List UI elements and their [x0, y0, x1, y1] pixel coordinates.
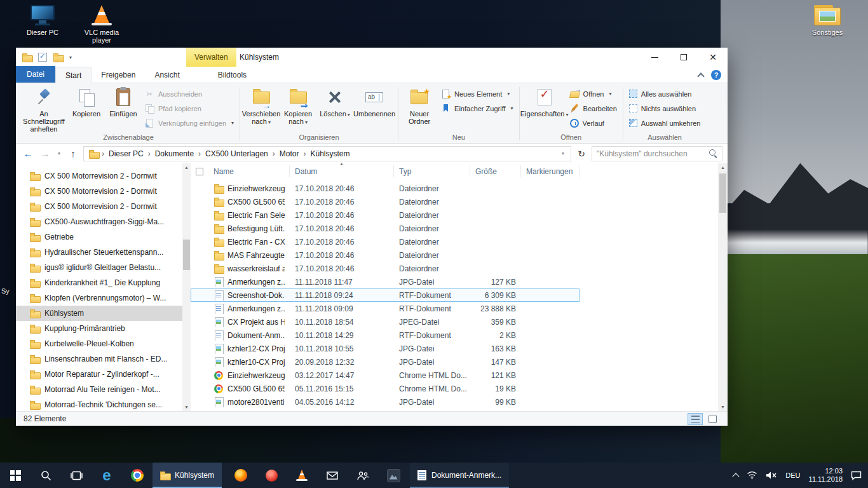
- close-button[interactable]: ✕: [698, 48, 728, 67]
- pin-to-quick-access-button[interactable]: An Schnellzugriff anheften: [20, 85, 68, 133]
- action-center-icon[interactable]: [851, 471, 862, 480]
- file-row[interactable]: Anmerkungen z...11.11.2018 09:09RTF-Doku…: [191, 302, 580, 315]
- minimize-button[interactable]: [640, 48, 669, 67]
- maximize-button[interactable]: [669, 48, 698, 67]
- tree-item[interactable]: Motorrad-Technik 'Dichtungen se...: [16, 397, 182, 411]
- file-row[interactable]: motore2801venti...04.05.2016 14:12JPG-Da…: [191, 395, 580, 409]
- details-view-button[interactable]: [688, 413, 703, 425]
- tree-item[interactable]: Motorrad Alu Teile reinigen - Mot...: [16, 382, 182, 397]
- tree-item[interactable]: Getriebe: [16, 229, 182, 245]
- tree-item[interactable]: Klopfen (Verbrennungsmotor) – W...: [16, 290, 182, 306]
- copy-button[interactable]: Kopieren: [68, 85, 105, 118]
- tree-item[interactable]: Kupplung-Primärantrieb: [16, 321, 182, 336]
- column-header-name[interactable]: Name: [208, 165, 290, 177]
- vlc-button[interactable]: [287, 463, 317, 488]
- scroll-down-icon[interactable]: ▼: [182, 403, 191, 411]
- delete-button[interactable]: Löschen▾: [316, 85, 353, 119]
- thumbnails-view-button[interactable]: [705, 413, 720, 425]
- paste-shortcut-button[interactable]: Verknüpfung einfügen ▾: [142, 117, 237, 129]
- people-button[interactable]: [348, 463, 378, 488]
- file-row[interactable]: CX Projekt aus H...10.11.2018 18:54JPEG-…: [191, 315, 580, 329]
- tree-scrollbar[interactable]: ▲ ▼: [182, 163, 191, 411]
- breadcrumb-item[interactable]: Motor: [275, 149, 304, 158]
- file-row[interactable]: kzhler12-CX Proj...10.11.2018 10:55JPG-D…: [191, 342, 580, 355]
- tree-item[interactable]: Hydraulischer Steuerkettenspann...: [16, 245, 182, 260]
- column-header-groesse[interactable]: Größe: [470, 165, 521, 177]
- file-row[interactable]: CX500 GL500 650...05.11.2016 15:15Chrome…: [191, 382, 580, 395]
- tree-item[interactable]: Motor Reparatur - Zylinderkopf -...: [16, 367, 182, 382]
- taskbar-search-button[interactable]: [31, 463, 61, 488]
- open-button[interactable]: Öffnen ▾: [567, 88, 620, 100]
- tree-item[interactable]: Kurbelwelle-Pleuel-Kolben: [16, 336, 182, 351]
- up-button[interactable]: ↑: [66, 147, 80, 161]
- file-row[interactable]: Electric Fan Selec...17.10.2018 20:46Dat…: [191, 208, 580, 222]
- tree-item[interactable]: Linsenschrauben mit Flansch - ED...: [16, 351, 182, 367]
- desktop-icon-vlc[interactable]: VLC media player: [74, 5, 129, 44]
- tree-item[interactable]: CX 500 Motorrevision 2 - Dornwit: [16, 199, 182, 214]
- tree-item[interactable]: CX500-Auswuchtfragen-Siggi-Ma...: [16, 214, 182, 229]
- file-list-scrollbar[interactable]: ▲ ▼: [718, 163, 728, 411]
- rename-button[interactable]: Umbenennen: [353, 85, 395, 118]
- task-view-button[interactable]: [61, 463, 92, 488]
- file-row[interactable]: wasserkreislauf a...17.10.2018 20:46Date…: [191, 262, 580, 275]
- properties-button[interactable]: Eigenschaften▾: [522, 85, 567, 119]
- new-item-button[interactable]: Neues Element ▾: [438, 88, 517, 100]
- file-row[interactable]: CX500 GL500 650...17.10.2018 20:46Dateio…: [191, 195, 580, 208]
- chrome-button[interactable]: [122, 463, 153, 488]
- edit-button[interactable]: Bearbeiten: [567, 102, 620, 114]
- file-row[interactable]: Einziehwerkzeug ...17.10.2018 20:46Datei…: [191, 182, 580, 195]
- scroll-up-icon[interactable]: ▲: [718, 163, 728, 172]
- file-row[interactable]: Screenshot-Dok...11.11.2018 09:24RTF-Dok…: [191, 288, 580, 302]
- file-row[interactable]: Dokument-Anm...10.11.2018 14:29RTF-Dokum…: [191, 329, 580, 342]
- tree-item[interactable]: igus® iglidur® Gleitlager Belastu...: [16, 260, 182, 275]
- column-header-datum[interactable]: ▲Datum: [290, 165, 394, 177]
- forward-button[interactable]: →: [38, 147, 52, 161]
- start-button[interactable]: [0, 463, 31, 488]
- file-row[interactable]: Befestigung Lüft...17.10.2018 20:46Datei…: [191, 222, 580, 235]
- copy-to-button[interactable]: ⇒ Kopieren nach▾: [280, 85, 316, 126]
- clock[interactable]: 12:03 11.11.2018: [809, 467, 843, 484]
- refresh-icon[interactable]: ↻: [574, 149, 588, 159]
- help-icon[interactable]: ?: [711, 70, 721, 80]
- taskbar-task-kuehlsystem[interactable]: Kühlsystem: [153, 463, 222, 488]
- back-button[interactable]: ←: [21, 147, 35, 161]
- tree-item[interactable]: CX 500 Motorrevision 2 - Dornwit: [16, 184, 182, 199]
- column-header-markierungen[interactable]: Markierungen: [521, 165, 580, 177]
- move-to-button[interactable]: → Verschieben nach▾: [243, 85, 280, 126]
- wifi-icon[interactable]: [747, 471, 757, 480]
- address-dropdown-icon[interactable]: ▾: [557, 151, 569, 156]
- tab-ansicht[interactable]: Ansicht: [145, 67, 189, 83]
- language-indicator[interactable]: DEU: [785, 471, 800, 479]
- invert-selection-button[interactable]: Auswahl umkehren: [626, 117, 704, 129]
- file-row[interactable]: kzhler10-CX Proj...20.09.2018 12:32JPG-D…: [191, 355, 580, 369]
- scroll-down-icon[interactable]: ▼: [718, 403, 728, 411]
- cut-button[interactable]: ✂ Ausschneiden: [142, 88, 237, 100]
- column-header-typ[interactable]: Typ: [394, 165, 470, 177]
- taskbar-task-dokument[interactable]: Dokument-Anmerk...: [410, 463, 509, 488]
- gray-app-button[interactable]: [378, 463, 409, 488]
- tree-item[interactable]: CX 500 Motorrevision 2 - Dornwit: [16, 168, 182, 184]
- volume-muted-icon[interactable]: [766, 471, 777, 480]
- desktop-icon-dieser-pc[interactable]: Dieser PC: [15, 5, 70, 36]
- file-row[interactable]: Electric Fan - CX...17.10.2018 20:46Date…: [191, 235, 580, 248]
- desktop-icon-sonstiges[interactable]: Sonstiges: [800, 5, 855, 36]
- tab-freigeben[interactable]: Freigeben: [92, 67, 145, 83]
- qat-dropdown-caret-icon[interactable]: ▾: [69, 55, 72, 60]
- select-none-button[interactable]: Nichts auswählen: [626, 102, 704, 114]
- easy-access-button[interactable]: Einfacher Zugriff ▾: [438, 102, 517, 114]
- file-row[interactable]: Einziehwerkzeug ...03.12.2017 14:47Chrom…: [191, 369, 580, 382]
- new-folder-quick-icon[interactable]: [53, 53, 63, 61]
- edge-button[interactable]: e: [92, 463, 122, 488]
- breadcrumb-item[interactable]: Dieser PC: [104, 149, 148, 158]
- tree-item[interactable]: Kinderkrankheit #1_ Die Kupplung: [16, 275, 182, 290]
- breadcrumb-item[interactable]: Dokumente: [151, 149, 198, 158]
- breadcrumb-item[interactable]: Kühlsystem: [306, 149, 354, 158]
- red-app-button[interactable]: [256, 463, 287, 488]
- tree-scroll-thumb[interactable]: [183, 240, 190, 270]
- select-all-button[interactable]: Alles auswählen: [626, 88, 704, 100]
- tray-expand-icon[interactable]: [733, 473, 740, 480]
- file-row[interactable]: MAS Fahrzeugte...17.10.2018 20:46Dateior…: [191, 248, 580, 262]
- tab-start[interactable]: Start: [55, 67, 92, 83]
- firefox-button[interactable]: [226, 463, 256, 488]
- breadcrumb-item[interactable]: CX500 Unterlagen: [201, 149, 273, 158]
